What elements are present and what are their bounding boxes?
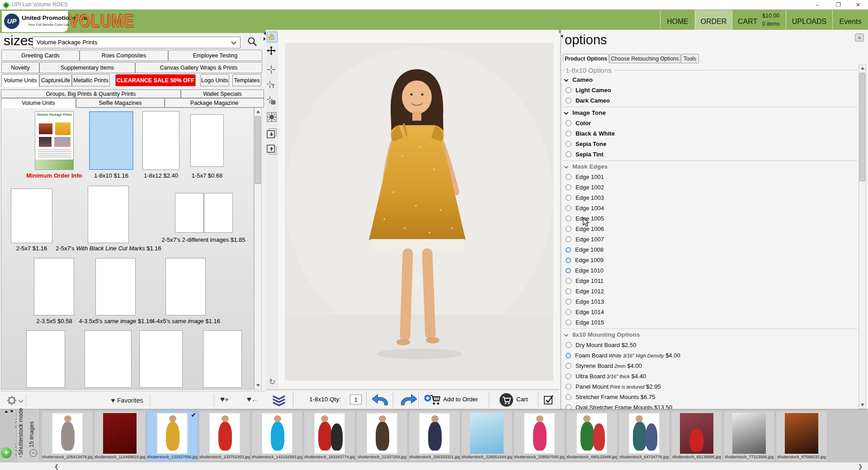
splitter-arrow-right[interactable] <box>264 37 266 41</box>
option-radio-item[interactable]: Light Cameo <box>563 85 858 95</box>
tab-canvas-gallery-wraps[interactable]: Canvas Gallery Wraps & Prints <box>135 62 262 73</box>
filmstrip-scroll-left-icon[interactable]: ❮ <box>54 463 59 470</box>
minimize-button[interactable]: – <box>809 0 826 10</box>
option-radio-item[interactable]: Edge 1001 <box>563 172 858 182</box>
option-radio-item[interactable]: Sepia Tone <box>563 139 858 149</box>
product-2-5x7-2diff-a[interactable] <box>175 193 204 233</box>
product-grid-scrollbar[interactable] <box>254 108 262 390</box>
product-row4-box1[interactable] <box>26 330 65 388</box>
tab-logo-units[interactable]: Logo Units <box>200 74 229 86</box>
radio-icon[interactable] <box>566 353 571 358</box>
add-to-order-button[interactable]: Add to Order <box>423 390 482 409</box>
undo-icon[interactable] <box>372 393 392 407</box>
thumbnail-shutterstock_77213566.jpg[interactable]: shutterstock_77213566.jpg <box>723 411 775 461</box>
adjust-tool[interactable] <box>267 112 278 123</box>
tab-employee-testing[interactable]: Employee Testing <box>168 50 262 61</box>
radio-icon[interactable] <box>566 151 571 157</box>
radio-icon[interactable] <box>566 216 571 221</box>
qty-input[interactable] <box>350 395 362 404</box>
hand-tool[interactable] <box>267 32 278 42</box>
thumbnail-shutterstock_105413479.jpg[interactable]: shutterstock_105413479.jpg <box>42 411 93 461</box>
radio-icon[interactable] <box>566 268 571 273</box>
layers-icon[interactable] <box>272 393 286 407</box>
option-radio-item[interactable]: Edge 1005 <box>563 213 858 224</box>
option-radio-item[interactable]: Foam Board White 3/16" High Density $4.0… <box>563 350 858 361</box>
option-radio-item[interactable]: Edge 1008 <box>563 244 858 255</box>
subtab-wallet-specials[interactable]: Wallet Specials <box>181 89 264 98</box>
radio-icon[interactable] <box>566 141 571 147</box>
thumbnail-shutterstock_133752203.jpg[interactable]: shutterstock_133752203.jpg <box>199 411 250 461</box>
scroll-up-icon[interactable] <box>256 110 260 113</box>
product-flyer-min-order-info[interactable]: Volume Package Prints <box>35 111 74 170</box>
radio-icon[interactable] <box>566 120 571 126</box>
option-radio-item[interactable]: Edge 1007 <box>563 234 858 244</box>
option-radio-item[interactable]: Sepia Tint <box>563 149 858 160</box>
tab-greeting-cards[interactable]: Greeting Cards <box>1 50 80 61</box>
option-radio-item[interactable]: Edge 1014 <box>563 307 858 317</box>
option-radio-item[interactable]: Edge 1006 <box>563 224 858 234</box>
radio-icon[interactable] <box>566 288 571 294</box>
favorites-button[interactable]: ♥ Favorites <box>104 391 150 409</box>
option-radio-item[interactable]: Edge 1004 <box>563 203 858 213</box>
thumbnail-shutterstock_65136895.jpg[interactable]: shutterstock_65136895.jpg <box>671 411 722 461</box>
option-section-header[interactable]: Image Tone <box>563 108 858 118</box>
thumbnail-shutterstock_490132948.jpg[interactable]: shutterstock_490132948.jpg <box>566 411 618 461</box>
redo-icon[interactable] <box>397 393 417 407</box>
preview-photo[interactable] <box>285 43 553 381</box>
radio-icon[interactable] <box>566 184 571 190</box>
tab-capturelife[interactable]: CaptureLife <box>39 74 72 86</box>
product-1-8x12[interactable] <box>142 111 179 170</box>
tab-product-options[interactable]: Product Options <box>563 54 609 63</box>
subtab-package-magazine[interactable]: Package Magazine <box>165 98 264 108</box>
option-radio-item[interactable]: Dark Cameo <box>563 95 858 106</box>
product-row4-box3[interactable] <box>139 330 183 388</box>
product-2-5x7-2diff-b[interactable] <box>204 193 233 233</box>
add-image-folder-icon[interactable]: + <box>1 447 12 458</box>
radio-icon[interactable] <box>566 320 571 325</box>
subtab-selfie-magazines[interactable]: Selfie Magazines <box>76 98 165 108</box>
option-radio-item[interactable]: Styrene Board 2mm $4.00 <box>563 361 858 371</box>
product-scrollbar-thumb[interactable] <box>255 116 261 184</box>
radio-icon[interactable] <box>566 404 571 409</box>
text-tool[interactable]: T <box>267 80 278 91</box>
radio-icon[interactable] <box>566 98 571 103</box>
option-radio-item[interactable]: Edge 1002 <box>563 182 858 193</box>
collapse-folder-icon[interactable]: – <box>29 449 37 457</box>
thumbnail-shutterstock_64724776.jpg[interactable]: shutterstock_64724776.jpg <box>618 411 670 461</box>
radio-icon[interactable] <box>566 131 571 136</box>
tab-novelty[interactable]: Novelty <box>1 62 39 73</box>
tab-volume-units[interactable]: Volume Units <box>1 74 39 87</box>
radio-icon[interactable] <box>566 258 571 263</box>
maximize-button[interactable]: ❐ <box>830 0 846 10</box>
radio-icon[interactable] <box>566 247 571 253</box>
confirm-checkbox-icon[interactable] <box>543 395 554 405</box>
radio-icon[interactable] <box>566 226 571 232</box>
search-icon[interactable] <box>247 36 258 47</box>
thumbnail-shutterstock_22337269.jpg[interactable]: shutterstock_22337269.jpg <box>356 411 408 461</box>
folder-name[interactable]: ⌄Shutterstock mode <box>18 411 24 460</box>
thumbnail-shutterstock_114469810.jpg[interactable]: shutterstock_114469810.jpg <box>94 411 146 461</box>
product-2-5x7-cutmarks[interactable] <box>88 186 129 243</box>
radio-icon[interactable] <box>566 278 571 284</box>
tab-supplementary-items[interactable]: Supplementary Items <box>39 62 135 73</box>
thumbnail-shutterstock_163343774.jpg[interactable]: shutterstock_163343774.jpg <box>304 411 355 461</box>
options-scroll-down-icon[interactable] <box>861 404 864 406</box>
send-backward-tool[interactable] <box>267 128 278 139</box>
option-radio-item[interactable]: Edge 1009 <box>563 255 858 265</box>
tab-choose-retouching[interactable]: Choose Retouching Options <box>609 54 680 63</box>
radio-icon[interactable] <box>566 342 571 348</box>
options-scrollbar[interactable] <box>859 64 866 409</box>
product-1-5x7[interactable] <box>190 114 224 167</box>
add-favorite-icon[interactable]: ♥+ <box>220 395 229 404</box>
filmstrip-sort-up-icon[interactable] <box>5 410 8 413</box>
radio-icon[interactable] <box>566 87 571 93</box>
option-radio-item[interactable]: Edge 1010 <box>563 265 858 276</box>
region-tool[interactable] <box>267 96 278 107</box>
filmstrip-scroll-right-icon[interactable]: ❯ <box>858 463 863 470</box>
option-radio-item[interactable]: Edge 1015 <box>563 317 858 328</box>
panel-splitter-arrow[interactable] <box>561 34 563 38</box>
radio-icon[interactable] <box>566 384 571 390</box>
option-radio-item[interactable]: Ultra Board 3/16" thick $4.40 <box>563 371 858 381</box>
options-scrollbar-thumb[interactable] <box>859 73 865 181</box>
scroll-down-icon[interactable] <box>256 384 260 387</box>
